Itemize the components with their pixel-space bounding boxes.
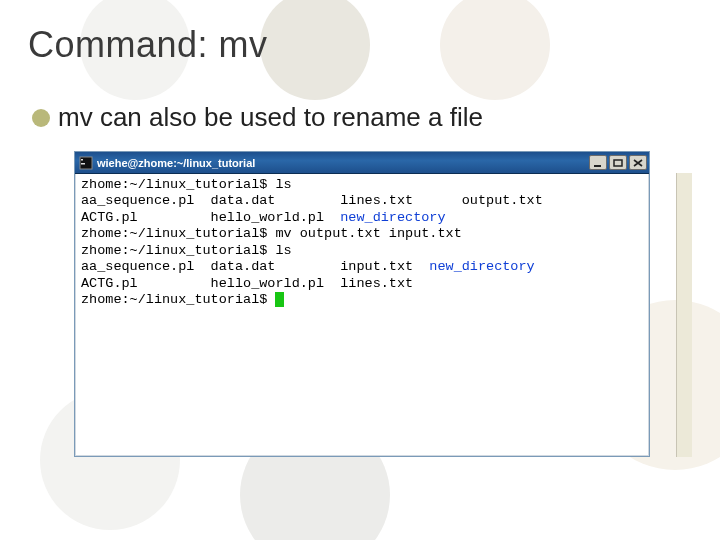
terminal-text: zhome:~/linux_tutorial$ ls [81, 177, 292, 192]
directory-name: new_directory [429, 259, 534, 274]
window-titlebar: wiehe@zhome:~/linux_tutorial [75, 152, 649, 174]
terminal-line: zhome:~/linux_tutorial$ [81, 292, 643, 308]
terminal-window: wiehe@zhome:~/linux_tutorial zhome:~/lin… [74, 151, 650, 457]
terminal-text: aa_sequence.pl data.dat input.txt [81, 259, 429, 274]
svg-rect-4 [614, 160, 622, 166]
terminal-line: zhome:~/linux_tutorial$ ls [81, 243, 643, 259]
terminal-text: zhome:~/linux_tutorial$ ls [81, 243, 292, 258]
app-icon [79, 156, 93, 170]
terminal-text: aa_sequence.pl data.dat lines.txt output… [81, 193, 543, 208]
cursor-icon [275, 292, 284, 307]
bullet-text: mv can also be used to rename a file [58, 102, 483, 133]
bullet-item: mv can also be used to rename a file [32, 102, 692, 133]
svg-rect-3 [594, 165, 601, 167]
terminal-line: ACTG.pl hello_world.pl new_directory [81, 210, 643, 226]
maximize-button[interactable] [609, 155, 627, 170]
bullet-icon [32, 109, 50, 127]
terminal-text: zhome:~/linux_tutorial$ mv output.txt in… [81, 226, 462, 241]
vertical-scrollbar[interactable] [676, 173, 692, 457]
terminal-text: zhome:~/linux_tutorial$ [81, 292, 275, 307]
directory-name: new_directory [340, 210, 445, 225]
terminal-text: ACTG.pl hello_world.pl [81, 210, 340, 225]
close-button[interactable] [629, 155, 647, 170]
terminal-output: zhome:~/linux_tutorial$ lsaa_sequence.pl… [75, 174, 649, 456]
terminal-text: ACTG.pl hello_world.pl lines.txt [81, 276, 413, 291]
terminal-line: zhome:~/linux_tutorial$ mv output.txt in… [81, 226, 643, 242]
svg-rect-2 [81, 159, 83, 161]
terminal-line: aa_sequence.pl data.dat lines.txt output… [81, 193, 643, 209]
terminal-line: zhome:~/linux_tutorial$ ls [81, 177, 643, 193]
minimize-button[interactable] [589, 155, 607, 170]
terminal-line: ACTG.pl hello_world.pl lines.txt [81, 276, 643, 292]
window-title: wiehe@zhome:~/linux_tutorial [97, 157, 589, 169]
slide-title: Command: mv [28, 24, 692, 66]
terminal-line: aa_sequence.pl data.dat input.txt new_di… [81, 259, 643, 275]
svg-rect-1 [81, 163, 85, 165]
